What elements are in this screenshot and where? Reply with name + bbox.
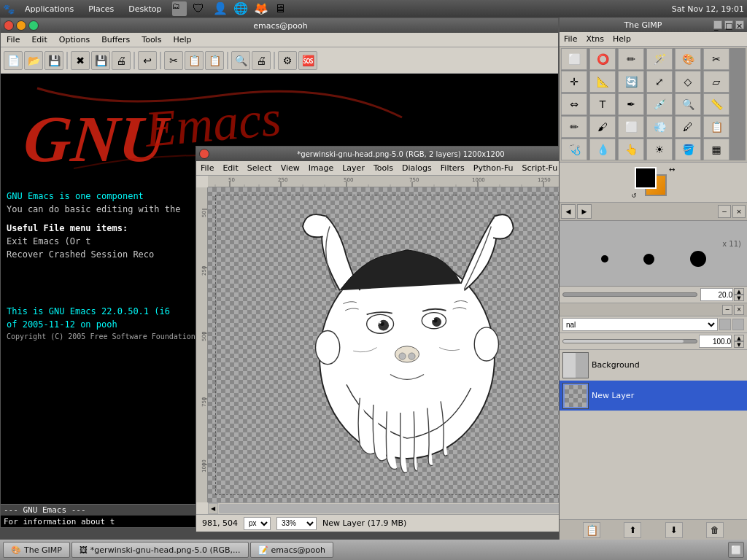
tool-options-maximize[interactable]: × (732, 205, 746, 218)
toolbar-new[interactable]: 📄 (4, 51, 23, 70)
toolbar-saveas[interactable]: 💾 (91, 51, 110, 70)
layer-new-btn[interactable]: 📋 (583, 522, 600, 538)
toolbar-print[interactable]: 🖨 (112, 51, 131, 70)
tool-ellipse-select[interactable]: ⭕ (589, 48, 616, 70)
gimp-menu-help[interactable]: Help (608, 33, 635, 45)
tool-pencil[interactable]: ✏ (561, 116, 587, 138)
toolbar-copy[interactable]: 📋 (185, 51, 204, 70)
layers-lock-pos[interactable] (732, 319, 744, 330)
tool-bucket-fill[interactable]: 🪣 (675, 139, 701, 160)
brushes-next-btn[interactable]: ▶ (577, 204, 592, 219)
layer-down-btn[interactable]: ⬇ (665, 522, 683, 538)
toolbar-misc1[interactable]: ⚙ (278, 51, 297, 70)
gimp-zoom-select[interactable]: 33% (276, 517, 317, 530)
gimp-min-btn[interactable]: _ (713, 20, 722, 29)
gimp-color-reset[interactable]: ↺ (632, 192, 637, 199)
tool-eraser[interactable]: ⬜ (618, 116, 644, 138)
tool-move[interactable]: ✛ (561, 71, 587, 93)
layers-panel-close[interactable]: × (734, 305, 744, 315)
tool-ink[interactable]: 🖊 (675, 116, 701, 138)
emacs-min-btn[interactable] (16, 20, 26, 31)
tool-dodge-burn[interactable]: ☀ (646, 139, 673, 160)
tool-blend[interactable]: ▦ (703, 139, 729, 160)
tool-flip[interactable]: ⇔ (561, 93, 587, 115)
tool-rect-select[interactable]: ⬜ (561, 48, 587, 70)
emacs-menu-edit[interactable]: Edit (26, 34, 53, 46)
toolbar-open[interactable]: 📂 (24, 51, 43, 70)
layers-mode-select[interactable]: nal (562, 318, 718, 331)
emacs-close-btn[interactable] (4, 20, 14, 31)
gimp-canvas[interactable] (208, 187, 606, 502)
tool-measure[interactable]: 📏 (703, 93, 729, 115)
scroll-thumb-h[interactable] (219, 504, 586, 513)
gimp-close-btn[interactable]: × (735, 20, 744, 29)
tool-perspective[interactable]: ▱ (703, 71, 729, 93)
gimp-img-menu-edit[interactable]: Edit (218, 162, 242, 174)
gimp-img-menu-layer[interactable]: Layer (338, 162, 369, 174)
gimp-img-menu-scriptfu[interactable]: Script-Fu (518, 162, 562, 174)
tool-magnify[interactable]: 🔍 (675, 93, 701, 115)
brushes-prev-btn[interactable]: ◀ (561, 204, 576, 219)
gimp-img-menu-file[interactable]: File (196, 162, 218, 174)
tool-smudge[interactable]: 👆 (618, 139, 644, 160)
gimp-img-menu-tools[interactable]: Tools (369, 162, 398, 174)
brush-size-down[interactable]: ▼ (734, 295, 744, 301)
tool-scale[interactable]: ⤢ (646, 71, 673, 93)
gimp-img-menu-view[interactable]: View (276, 162, 304, 174)
brush-size-input[interactable] (700, 288, 733, 301)
layer-up-btn[interactable]: ⬆ (624, 522, 641, 538)
applications-menu[interactable]: Applications (20, 4, 78, 14)
places-menu[interactable]: Places (84, 4, 118, 14)
toolbar-misc2[interactable]: 🆘 (298, 51, 317, 70)
file-manager-icon[interactable]: 🗂 (172, 1, 187, 16)
opacity-down[interactable]: ▼ (734, 341, 744, 348)
tool-healing[interactable]: 🩺 (561, 139, 587, 160)
emacs-menu-tools[interactable]: Tools (136, 34, 167, 46)
emacs-menu-options[interactable]: Options (53, 34, 96, 46)
toolbar-save[interactable]: 💾 (44, 51, 63, 70)
taskbar-item-gimp[interactable]: 🎨 The GIMP (3, 542, 70, 558)
opacity-input[interactable] (699, 335, 732, 348)
gimp-unit-select[interactable]: px (244, 517, 271, 530)
layers-panel-min[interactable]: − (722, 305, 732, 315)
gimp-max-btn[interactable]: □ (724, 20, 733, 29)
gimp-image-close-btn[interactable] (199, 149, 209, 159)
tool-color-picker[interactable]: 💉 (646, 93, 673, 115)
gimp-img-menu-python[interactable]: Python-Fu (469, 162, 518, 174)
tool-text[interactable]: T (589, 93, 616, 115)
tool-convolve[interactable]: 💧 (589, 139, 616, 160)
tool-clone[interactable]: 📋 (703, 116, 729, 138)
gimp-img-menu-image[interactable]: Image (304, 162, 338, 174)
tool-rotate[interactable]: 🔄 (618, 71, 644, 93)
opacity-up[interactable]: ▲ (734, 335, 744, 341)
canvas-scrollbar-horizontal[interactable]: ◀ ... ▶ ⊞ (208, 502, 618, 514)
tool-shear[interactable]: ◇ (675, 71, 701, 93)
gimp-img-menu-select[interactable]: Select (243, 162, 276, 174)
taskbar-show-desktop[interactable]: ⬜ (728, 542, 744, 558)
gimp-fg-color[interactable] (635, 167, 657, 189)
toolbar-cut[interactable]: ✂ (164, 51, 183, 70)
toolbar-print2[interactable]: 🖨 (252, 51, 271, 70)
tool-crop[interactable]: 📐 (589, 71, 616, 93)
toolbar-close[interactable]: ✖ (71, 51, 90, 70)
toolbar-paste[interactable]: 📋 (205, 51, 224, 70)
tool-select-by-color[interactable]: 🎨 (675, 48, 701, 70)
gimp-menu-xtns[interactable]: Xtns (581, 33, 608, 45)
scroll-left-btn[interactable]: ◀ (208, 503, 218, 514)
gimp-img-menu-filters[interactable]: Filters (436, 162, 469, 174)
taskbar-item-image[interactable]: 🖼 *gerwinski-gnu-head.png-5.0 (RGB,... (71, 542, 249, 558)
desktop-menu[interactable]: Desktop (124, 4, 166, 14)
tool-airbrush[interactable]: 💨 (646, 116, 673, 138)
tool-paintbrush[interactable]: 🖌 (589, 116, 616, 138)
emacs-menu-file[interactable]: File (1, 34, 26, 46)
tool-intelligent-scissors[interactable]: ✂ (703, 48, 729, 70)
tool-fuzzy-select[interactable]: 🪄 (646, 48, 673, 70)
tool-path[interactable]: ✒ (618, 93, 644, 115)
toolbar-search[interactable]: 🔍 (231, 51, 250, 70)
gimp-menu-file[interactable]: File (560, 33, 581, 45)
layers-lock-alpha[interactable] (719, 319, 731, 330)
layer-item-background[interactable]: Background (560, 350, 747, 381)
emacs-menu-help[interactable]: Help (167, 34, 197, 46)
tool-options-minimize[interactable]: − (718, 205, 731, 218)
brush-size-slider[interactable] (562, 292, 697, 297)
